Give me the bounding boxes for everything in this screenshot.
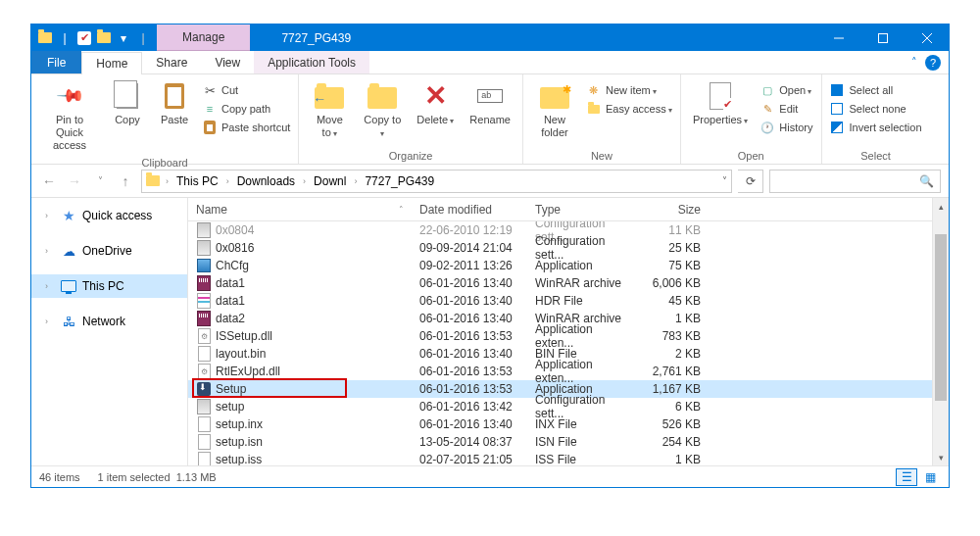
pin-quick-access-button[interactable]: 📌 Pin to Quick access (39, 78, 100, 155)
search-input[interactable]: 🔍 (769, 170, 941, 193)
breadcrumb[interactable]: Downl (310, 174, 350, 188)
column-size[interactable]: Size (642, 203, 709, 217)
copy-button[interactable]: Copy (108, 78, 147, 128)
chevron-right-icon[interactable]: › (166, 176, 169, 186)
file-name: data1 (216, 294, 412, 308)
star-icon: ★ (61, 208, 76, 223)
column-type[interactable]: Type (527, 203, 642, 217)
qat-dropdown-icon[interactable]: ▾ (116, 30, 131, 46)
file-row[interactable]: setup.isn13-05-2014 08:37ISN File254 KB (188, 433, 932, 451)
file-size: 783 KB (642, 329, 709, 343)
address-bar[interactable]: › This PC › Downloads › Downl › 7727_PG4… (141, 170, 732, 193)
file-name: ChCfg (216, 259, 412, 272)
tab-home[interactable]: Home (81, 52, 142, 74)
file-row[interactable]: setup.inx06-01-2016 13:40INX File526 KB (188, 415, 932, 433)
breadcrumb[interactable]: 7727_PG439 (361, 174, 438, 188)
rename-button[interactable]: Rename (466, 78, 514, 128)
pin-label: Pin to Quick access (43, 114, 96, 153)
edit-button[interactable]: ✎Edit (760, 101, 812, 117)
expand-icon[interactable]: › (45, 317, 55, 326)
up-button[interactable]: ↑ (116, 171, 135, 191)
details-view-button[interactable]: ☰ (896, 468, 917, 486)
new-item-button[interactable]: ❋New item (586, 82, 672, 98)
file-row[interactable]: data106-01-2016 13:40HDR File45 KB (188, 292, 932, 310)
forward-button[interactable]: → (65, 171, 84, 191)
minimize-button[interactable] (816, 24, 860, 51)
file-name: RtlExUpd.dll (216, 365, 412, 378)
breadcrumb[interactable]: Downloads (233, 174, 299, 188)
chevron-right-icon[interactable]: › (303, 176, 306, 186)
tab-application-tools[interactable]: Application Tools (254, 51, 369, 73)
file-size: 254 KB (642, 435, 709, 449)
nav-this-pc[interactable]: › This PC (31, 274, 187, 298)
breadcrumb[interactable]: This PC (172, 174, 222, 188)
nav-quick-access[interactable]: › ★ Quick access (31, 204, 187, 227)
file-row[interactable]: RtlExUpd.dll06-01-2016 13:53Application … (188, 363, 932, 380)
delete-button[interactable]: ✕ Delete (413, 78, 458, 128)
easy-access-button[interactable]: Easy access (586, 101, 672, 117)
file-row[interactable]: ISSetup.dll06-01-2016 13:53Application e… (188, 327, 932, 345)
address-dropdown-icon[interactable]: ˅ (722, 175, 727, 186)
scroll-down-icon[interactable]: ▾ (933, 449, 949, 465)
properties-button[interactable]: Properties (689, 78, 752, 128)
file-type: ISN File (527, 435, 642, 449)
chevron-right-icon[interactable]: › (354, 176, 357, 186)
paste-shortcut-button[interactable]: Paste shortcut (202, 120, 290, 135)
file-row[interactable]: setup06-01-2016 13:42Configuration sett.… (188, 398, 932, 415)
copy-to-button[interactable]: Copy to (360, 78, 405, 141)
vertical-scrollbar[interactable]: ▴ ▾ (932, 198, 949, 465)
tab-view[interactable]: View (201, 51, 254, 73)
recent-locations-button[interactable]: ˅ (90, 171, 110, 191)
expand-icon[interactable]: › (45, 246, 55, 256)
maximize-button[interactable] (860, 24, 905, 51)
file-row[interactable]: setup.iss02-07-2015 21:05ISS File1 KB (188, 451, 932, 465)
file-name: data2 (216, 312, 412, 325)
file-size: 11 KB (642, 223, 709, 237)
move-to-button[interactable]: ← Move to (307, 78, 352, 141)
back-button[interactable]: ← (39, 171, 59, 191)
nav-onedrive[interactable]: › ☁ OneDrive (31, 239, 187, 263)
scroll-thumb[interactable] (935, 234, 947, 401)
select-all-button[interactable]: Select all (830, 82, 922, 98)
copy-path-button[interactable]: ≡Copy path (202, 101, 290, 117)
ribbon-collapse-icon[interactable]: ˄ (911, 56, 917, 69)
properties-check-icon[interactable]: ✔ (76, 30, 92, 46)
close-button[interactable] (905, 24, 949, 51)
edit-label: Edit (779, 103, 798, 115)
column-name[interactable]: Name˄ (188, 203, 412, 217)
file-icon (196, 293, 212, 309)
content-body: › ★ Quick access › ☁ OneDrive › This PC … (31, 198, 949, 465)
file-size: 1 KB (642, 453, 709, 465)
new-folder-button[interactable]: New folder (531, 78, 578, 141)
expand-icon[interactable]: › (45, 281, 55, 291)
file-date: 06-01-2016 13:42 (412, 400, 527, 414)
column-date[interactable]: Date modified (412, 203, 527, 217)
select-none-button[interactable]: Select none (830, 101, 922, 117)
rename-label: Rename (469, 114, 511, 126)
scroll-up-icon[interactable]: ▴ (933, 198, 949, 215)
qat-separator: | (135, 30, 151, 46)
folder-icon (37, 30, 53, 46)
invert-selection-button[interactable]: Invert selection (830, 120, 922, 135)
chevron-right-icon[interactable]: › (226, 176, 229, 186)
file-row[interactable]: ChCfg09-02-2011 13:26Application75 KB (188, 257, 932, 274)
icons-view-button[interactable]: ▦ (919, 468, 941, 486)
help-icon[interactable]: ? (925, 55, 941, 71)
file-date: 06-01-2016 13:53 (412, 329, 527, 343)
contextual-tab-header: Manage (157, 24, 250, 51)
refresh-button[interactable]: ⟳ (738, 170, 763, 193)
qat-separator: | (57, 30, 73, 46)
file-row[interactable]: 0x081609-09-2014 21:04Configuration sett… (188, 239, 932, 257)
tab-file[interactable]: File (31, 51, 81, 73)
expand-icon[interactable]: › (45, 211, 55, 220)
history-button[interactable]: 🕐History (760, 120, 812, 135)
cut-button[interactable]: ✂Cut (202, 82, 290, 98)
group-label: Open (689, 148, 813, 162)
paste-button[interactable]: Paste (155, 78, 194, 128)
file-row[interactable]: data106-01-2016 13:40WinRAR archive6,006… (188, 274, 932, 292)
ribbon: 📌 Pin to Quick access Copy Paste ✂Cut ≡C… (31, 74, 949, 165)
open-button[interactable]: ▢Open (760, 82, 812, 98)
column-headers: Name˄ Date modified Type Size (188, 198, 932, 221)
tab-share[interactable]: Share (142, 51, 201, 73)
nav-network[interactable]: › 🖧 Network (31, 310, 187, 333)
